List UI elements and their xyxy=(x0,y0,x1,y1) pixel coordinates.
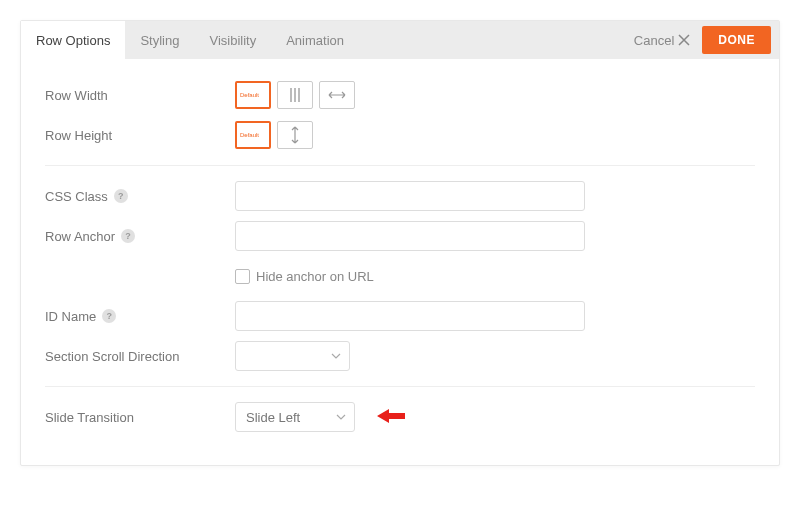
row-width-option-columns[interactable] xyxy=(277,81,313,109)
id-name-row: ID Name ? xyxy=(45,296,755,336)
row-height-option-stretch[interactable] xyxy=(277,121,313,149)
css-class-input[interactable] xyxy=(235,181,585,211)
row-width-option-stretch[interactable] xyxy=(319,81,355,109)
close-icon xyxy=(678,34,690,46)
hide-anchor-row: Hide anchor on URL xyxy=(45,256,755,296)
done-button[interactable]: DONE xyxy=(702,26,771,54)
row-options-panel: Row Options Styling Visibility Animation… xyxy=(20,20,780,466)
id-name-label: ID Name ? xyxy=(45,309,235,324)
annotation-arrow xyxy=(377,408,405,427)
row-height-row: Row Height Default xyxy=(45,115,755,155)
tab-animation[interactable]: Animation xyxy=(271,21,359,59)
thumb-default-label-2: Default xyxy=(240,132,259,138)
section-scroll-label: Section Scroll Direction xyxy=(45,349,235,364)
help-icon[interactable]: ? xyxy=(114,189,128,203)
panel-content: Row Width Default Row Height Default xyxy=(21,59,779,465)
id-name-label-text: ID Name xyxy=(45,309,96,324)
stretch-horizontal-icon xyxy=(327,88,347,102)
thumb-default-label: Default xyxy=(240,92,259,98)
row-width-option-default[interactable]: Default xyxy=(235,81,271,109)
divider xyxy=(45,386,755,387)
hide-anchor-checkbox[interactable] xyxy=(235,269,250,284)
row-anchor-row: Row Anchor ? xyxy=(45,216,755,256)
css-class-label: CSS Class ? xyxy=(45,189,235,204)
css-class-label-text: CSS Class xyxy=(45,189,108,204)
section-scroll-row: Section Scroll Direction xyxy=(45,336,755,376)
stretch-vertical-icon xyxy=(288,125,302,145)
help-icon[interactable]: ? xyxy=(121,229,135,243)
tab-styling[interactable]: Styling xyxy=(125,21,194,59)
row-anchor-label: Row Anchor ? xyxy=(45,229,235,244)
cancel-label: Cancel xyxy=(634,33,674,48)
tab-visibility[interactable]: Visibility xyxy=(194,21,271,59)
css-class-row: CSS Class ? xyxy=(45,176,755,216)
slide-transition-label: Slide Transition xyxy=(45,410,235,425)
cancel-button[interactable]: Cancel xyxy=(622,21,702,59)
row-width-row: Row Width Default xyxy=(45,75,755,115)
arrow-left-icon xyxy=(377,408,405,424)
row-width-label: Row Width xyxy=(45,88,235,103)
section-scroll-select[interactable] xyxy=(235,341,350,371)
id-name-input[interactable] xyxy=(235,301,585,331)
tab-row-options[interactable]: Row Options xyxy=(21,21,125,59)
row-height-label: Row Height xyxy=(45,128,235,143)
row-anchor-label-text: Row Anchor xyxy=(45,229,115,244)
tab-bar: Row Options Styling Visibility Animation… xyxy=(21,21,779,59)
slide-transition-row: Slide Transition Slide Left xyxy=(45,397,755,437)
row-anchor-input[interactable] xyxy=(235,221,585,251)
slide-transition-value: Slide Left xyxy=(246,410,300,425)
help-icon[interactable]: ? xyxy=(102,309,116,323)
columns-icon xyxy=(290,88,300,102)
hide-anchor-label[interactable]: Hide anchor on URL xyxy=(256,269,374,284)
slide-transition-select[interactable]: Slide Left xyxy=(235,402,355,432)
row-height-option-default[interactable]: Default xyxy=(235,121,271,149)
divider xyxy=(45,165,755,166)
chevron-down-icon xyxy=(336,414,346,420)
chevron-down-icon xyxy=(331,353,341,359)
